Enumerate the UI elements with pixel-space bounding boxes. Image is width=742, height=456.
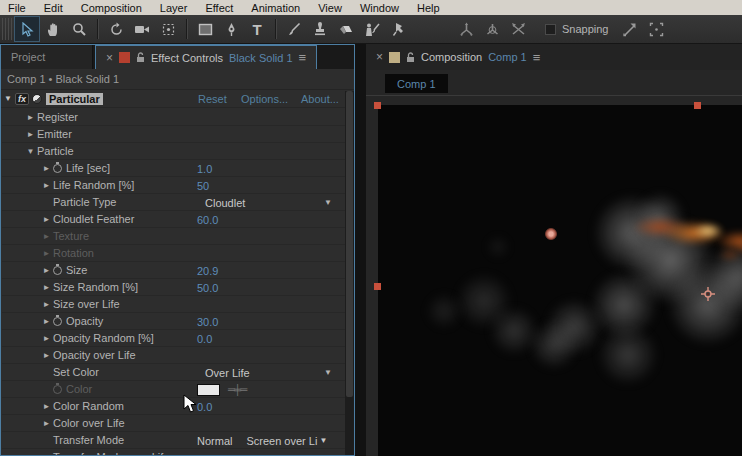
chevron-right-icon[interactable]: ► xyxy=(24,113,37,122)
chevron-down-icon[interactable]: ▼ xyxy=(24,147,37,156)
eraser-tool-button[interactable] xyxy=(334,17,358,41)
pan-behind-icon xyxy=(161,22,176,37)
composition-tab-target: Comp 1 xyxy=(488,51,527,63)
rotation-icon xyxy=(109,22,124,37)
chevron-right-icon[interactable]: ► xyxy=(40,334,53,343)
menu-item-help[interactable]: Help xyxy=(417,2,440,14)
menu-item-edit[interactable]: Edit xyxy=(44,2,63,14)
selection-tool-button[interactable] xyxy=(15,17,39,41)
layer-handle-top-left[interactable] xyxy=(374,102,381,109)
world-axis-mode-button[interactable] xyxy=(480,17,504,41)
stopwatch-icon[interactable] xyxy=(53,385,62,394)
chevron-right-icon[interactable]: ► xyxy=(40,300,53,309)
type-tool-button[interactable]: T xyxy=(245,17,269,41)
panel-menu-icon[interactable]: ≡ xyxy=(299,51,307,64)
effect-control-point-gizmo[interactable] xyxy=(701,287,715,301)
menu-item-animation[interactable]: Animation xyxy=(251,2,300,14)
clone-stamp-tool-button[interactable] xyxy=(308,17,332,41)
param-value[interactable]: 50.0 xyxy=(197,282,218,294)
layer-handle-top-right[interactable] xyxy=(694,102,701,109)
chevron-right-icon[interactable]: ► xyxy=(40,317,53,326)
shape-tool-button[interactable] xyxy=(193,17,217,41)
param-label: Color xyxy=(66,383,92,395)
param-row-cloudlet-feather: ►Cloudlet Feather60.0 xyxy=(2,211,346,228)
comp-1-button[interactable]: Comp 1 xyxy=(385,74,448,93)
chevron-right-icon[interactable]: ► xyxy=(40,164,53,173)
menu-item-effect[interactable]: Effect xyxy=(205,2,233,14)
param-row-life-random: ►Life Random [%]50 xyxy=(2,177,346,194)
unlock-icon[interactable] xyxy=(136,52,145,63)
snap-to-feature-button[interactable] xyxy=(645,17,669,41)
toolbar: T Snapping xyxy=(0,15,742,44)
chevron-right-icon[interactable]: ► xyxy=(40,181,53,190)
param-row-opacity-over-life: ►Opacity over Life xyxy=(2,347,346,364)
menu-item-file[interactable]: File xyxy=(8,2,26,14)
zoom-tool-button[interactable] xyxy=(67,17,91,41)
stopwatch-icon[interactable] xyxy=(53,266,62,275)
layer-handle-left-middle[interactable] xyxy=(374,283,381,290)
chevron-right-icon[interactable]: ► xyxy=(40,402,53,411)
chevron-right-icon[interactable]: ► xyxy=(40,351,53,360)
chevron-right-icon[interactable]: ► xyxy=(40,266,53,275)
dropdown-particle-type[interactable]: Cloudlet▼ xyxy=(197,197,332,209)
snap-along-edges-button[interactable] xyxy=(619,17,643,41)
stopwatch-icon[interactable] xyxy=(53,317,62,326)
chevron-right-icon[interactable]: ► xyxy=(24,130,37,139)
menu-item-layer[interactable]: Layer xyxy=(160,2,188,14)
camera-tool-button[interactable] xyxy=(130,17,154,41)
dropdown-set-color[interactable]: Over Life▼ xyxy=(197,367,332,379)
snapping-checkbox[interactable] xyxy=(545,24,556,35)
chevron-right-icon[interactable]: ► xyxy=(40,419,53,428)
effect-controls-tab-label: Effect Controls xyxy=(151,52,223,64)
menu-item-composition[interactable]: Composition xyxy=(81,2,142,14)
param-value[interactable]: 60.0 xyxy=(197,214,218,226)
snapping-control[interactable]: Snapping xyxy=(545,23,609,35)
reset-link[interactable]: Reset xyxy=(198,93,227,105)
dropdown-screen-mode[interactable]: Screen over Li▼ xyxy=(246,435,327,447)
options-link[interactable]: Options... xyxy=(241,93,288,105)
effect-name[interactable]: Particular xyxy=(46,93,103,105)
pen-tool-button[interactable] xyxy=(219,17,243,41)
roto-brush-tool-button[interactable] xyxy=(360,17,384,41)
chevron-right-icon[interactable]: ► xyxy=(40,215,53,224)
scrollbar[interactable] xyxy=(345,91,354,455)
toolbar-grip[interactable] xyxy=(2,18,12,40)
local-axis-icon xyxy=(459,22,474,37)
layer-color-swatch-icon xyxy=(119,52,130,63)
param-value[interactable]: 20.9 xyxy=(197,265,218,277)
tab-project[interactable]: Project xyxy=(1,45,93,69)
brush-tool-button[interactable] xyxy=(282,17,306,41)
param-value[interactable]: 30.0 xyxy=(197,316,218,328)
rotation-tool-button[interactable] xyxy=(104,17,128,41)
param-value[interactable]: 50 xyxy=(197,180,209,192)
composition-viewport[interactable] xyxy=(366,96,742,456)
unlock-icon[interactable] xyxy=(406,52,415,63)
chevron-down-icon[interactable]: ▼ xyxy=(1,94,15,103)
view-axis-mode-button[interactable] xyxy=(506,17,530,41)
emitter-position-point[interactable] xyxy=(545,228,557,240)
param-value[interactable]: 1.0 xyxy=(197,163,212,175)
panel-menu-icon[interactable]: ≡ xyxy=(533,51,541,64)
local-axis-mode-button[interactable] xyxy=(454,17,478,41)
dropdown-transfer-mode[interactable]: Normal xyxy=(197,435,232,447)
composition-frame[interactable] xyxy=(378,105,742,456)
pan-behind-tool-button[interactable] xyxy=(156,17,180,41)
scrollbar-thumb[interactable] xyxy=(346,91,353,397)
chevron-right-icon[interactable]: ► xyxy=(40,232,53,241)
stopwatch-icon[interactable] xyxy=(53,164,62,173)
about-link[interactable]: About... xyxy=(301,93,339,105)
param-value[interactable]: 0.0 xyxy=(197,401,212,413)
chevron-right-icon[interactable]: ► xyxy=(40,283,53,292)
hand-tool-button[interactable] xyxy=(41,17,65,41)
menu-item-view[interactable]: View xyxy=(318,2,342,14)
chevron-right-icon[interactable]: ► xyxy=(40,453,53,456)
menu-item-window[interactable]: Window xyxy=(360,2,399,14)
param-row-particle: ▼Particle xyxy=(2,143,346,160)
param-value[interactable]: 0.0 xyxy=(197,333,212,345)
tab-effect-controls[interactable]: × Effect Controls Black Solid 1 ≡ xyxy=(95,45,317,69)
close-icon[interactable]: × xyxy=(376,51,383,63)
close-icon[interactable]: × xyxy=(106,52,113,64)
chevron-right-icon[interactable]: ► xyxy=(40,249,53,258)
puppet-pin-tool-button[interactable] xyxy=(386,17,410,41)
color-swatch[interactable] xyxy=(197,384,220,396)
